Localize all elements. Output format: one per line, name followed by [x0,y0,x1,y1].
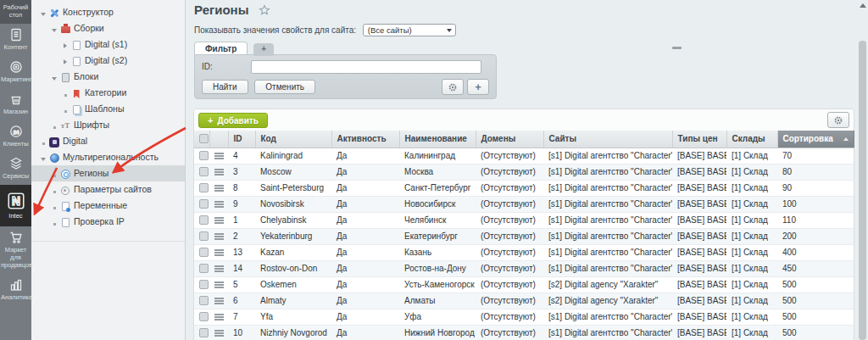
favorite-star-icon[interactable] [259,4,270,16]
filter-tab[interactable]: Фильтр [194,42,248,54]
tree-item-fonts[interactable]: Шрифты [31,117,185,133]
sort-asc-icon [843,137,849,141]
column-header[interactable]: Сортировка [777,131,854,148]
tree-item-globe[interactable]: Мультирегиональность [31,149,185,165]
row-checkbox[interactable] [199,248,209,257]
row-checkbox[interactable] [199,280,209,289]
row-menu-icon[interactable] [214,185,224,187]
tree-item-builds[interactable]: Сборки [31,20,185,36]
table-row[interactable]: 9NovosibirskДаНовосибирск(Отсутствуют)[s… [194,196,854,212]
cancel-button[interactable]: Отменить [254,80,315,94]
row-menu-icon[interactable] [214,233,224,235]
tree-item-digital[interactable]: Digital [31,133,185,149]
sidebar-item-clients[interactable]: 24Клиенты [0,120,31,153]
table-row[interactable]: 2YekaterinburgДаЕкатеринбург(Отсутствуют… [194,228,854,244]
filter-settings-button[interactable] [442,79,464,95]
sidebar-item-market[interactable]: Маркет для продавцов [0,226,31,274]
filter-add-tab[interactable]: + [253,43,274,56]
tree-item-ip-check[interactable]: Проверка IP [31,214,185,230]
tree-item-variables[interactable]: Переменные [31,198,185,214]
column-header[interactable]: Типы цен [672,131,726,148]
sidebar-item-intec[interactable]: NIntec [0,185,31,226]
column-header[interactable]: Наименование [399,131,476,148]
vertical-scrollbar[interactable] [858,0,866,340]
table-row[interactable]: 7YfaДаУфа(Отсутствуют)[s1] Digital агент… [194,309,854,325]
sidebar-item-analytics[interactable]: Аналитика [0,274,31,306]
row-menu-icon[interactable] [214,217,224,219]
column-header[interactable]: Активность [331,131,399,148]
row-checkbox[interactable] [199,183,209,192]
header-select-all[interactable] [194,131,209,148]
cell-price_types: [BASE] BASE [672,212,726,228]
row-checkbox[interactable] [199,215,209,225]
cell-name: Калининград [399,148,476,164]
add-region-button[interactable]: +Добавить [198,113,268,128]
scroll-up-icon[interactable] [860,3,866,8]
row-checkbox[interactable] [199,312,209,321]
tree-toggle-icon[interactable] [38,5,48,21]
tree-bullet-icon [49,182,59,198]
tree-item-templates[interactable]: Шаблоны [31,101,185,117]
row-menu-icon[interactable] [214,330,224,332]
sidebar-item-services[interactable]: Сервисы [0,153,31,185]
grid-settings-button[interactable] [827,112,849,128]
sidebar-item-shop[interactable]: Магазин [0,88,31,120]
row-menu-icon[interactable] [214,249,224,251]
module-sidebar: Рабочий столКонтентМаркетингМагазин24Кли… [0,0,31,340]
sidebar-item-content[interactable]: Контент [0,24,31,56]
column-header[interactable]: Сайты [543,131,672,148]
tree-item-label: Digital [63,136,87,146]
tree-item-tools[interactable]: Конструктор [31,4,185,20]
row-checkbox[interactable] [199,328,209,337]
table-row[interactable]: 3MoscowДаМосква(Отсутствуют)[s1] Digital… [194,164,854,180]
select-all-checkbox[interactable] [199,134,209,143]
row-checkbox[interactable] [199,264,209,273]
site-select[interactable]: (Все сайты) [363,24,456,36]
table-row[interactable]: 1ChelyabinskДаЧелябинск(Отсутствуют)[s1]… [194,212,854,228]
row-menu-icon[interactable] [214,265,224,267]
table-row[interactable]: 4KaliningradДаКалининград(Отсутствуют)[s… [194,148,854,164]
table-row[interactable]: 6AlmatyДаАлматы(Отсутствуют)[s2] Digital… [194,293,854,309]
tree-item-blocks[interactable]: Блоки [31,69,185,85]
tree-item-regions[interactable]: Регионы [31,165,185,181]
tree-toggle-icon[interactable] [60,37,70,53]
table-row[interactable]: 14Rostov-on-DonДаРостов-на-Дону(Отсутств… [194,260,854,276]
sidebar-item-marketing[interactable]: Маркетинг [0,56,31,88]
scrollbar-thumb[interactable] [859,41,866,340]
sidebar-item-desktop[interactable]: Рабочий стол [0,0,31,24]
table-row[interactable]: 8Saint-PetersburgДаСанкт-Петербург(Отсут… [194,180,854,196]
filter-plus-button[interactable]: + [467,79,489,95]
tree-item-page[interactable]: Digital (s1) [31,36,185,53]
tree-toggle-icon[interactable] [38,150,48,166]
table-row[interactable]: 13KazanДаКазань(Отсутствуют)[s1] Digital… [194,244,854,260]
find-button[interactable]: Найти [202,80,248,94]
tree-item-bookmark[interactable]: Категории [31,85,185,101]
table-row[interactable]: 5OskemenДаУсть-Каменогорск(Отсутствуют)[… [194,276,854,293]
column-header[interactable]: Код [255,131,331,148]
row-checkbox[interactable] [199,167,209,176]
filter-id-input[interactable] [251,60,481,74]
table-row[interactable]: 10Nizhniy NovgorodДаНижний Новгород(Отсу… [194,325,854,340]
row-menu-icon[interactable] [214,281,224,283]
row-checkbox[interactable] [199,199,209,209]
column-header[interactable]: ID [228,131,255,148]
tree-item-gear[interactable]: Параметры сайтов [31,181,185,198]
tree-item-page[interactable]: Digital (s2) [31,53,185,69]
tree-toggle-icon[interactable] [49,21,59,37]
cell-active: Да [331,276,399,293]
navigation-tree-panel: КонструкторСборкиDigital (s1)Digital (s2… [31,0,186,340]
row-menu-icon[interactable] [214,201,224,203]
row-checkbox[interactable] [199,296,209,305]
filter-minimize-icon[interactable] [672,47,682,49]
row-menu-icon[interactable] [214,298,224,299]
tree-toggle-icon[interactable] [49,70,59,86]
tree-item-label: Конструктор [63,7,114,17]
tree-toggle-icon[interactable] [60,53,70,70]
row-menu-icon[interactable] [214,314,224,315]
column-header[interactable]: Домены [476,131,543,148]
row-menu-icon[interactable] [214,169,224,170]
row-menu-icon[interactable] [214,153,224,154]
row-checkbox[interactable] [199,151,209,160]
column-header[interactable]: Склады [726,131,777,148]
row-checkbox[interactable] [199,231,209,241]
